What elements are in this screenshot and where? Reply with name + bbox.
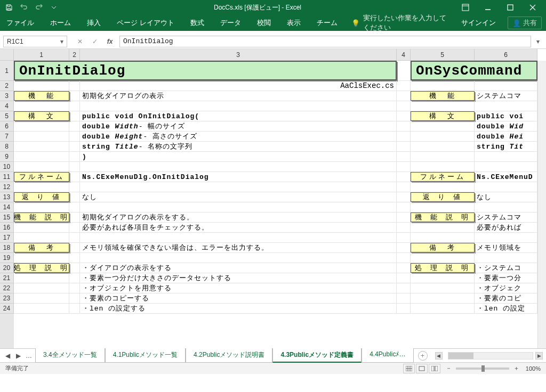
row-header[interactable]: 2: [0, 81, 14, 91]
cell[interactable]: フルネーム: [411, 172, 475, 182]
cell[interactable]: ・len の設定: [475, 304, 537, 313]
add-sheet-button[interactable]: +: [418, 351, 428, 361]
sheet-tab[interactable]: 3.4全メソッド一覧: [35, 348, 105, 363]
column-header[interactable]: 4: [397, 49, 411, 61]
save-icon[interactable]: [2, 1, 16, 14]
cell[interactable]: [14, 132, 69, 141]
cell[interactable]: ・要素のコピーする: [80, 293, 397, 303]
cell[interactable]: Ns.CExeMenuDlg.OnInitDialog: [80, 172, 397, 182]
row-header[interactable]: 6: [0, 121, 14, 132]
select-all-corner[interactable]: [0, 49, 14, 61]
cell[interactable]: double Width - 幅のサイズ: [80, 121, 397, 131]
cell[interactable]: [14, 273, 69, 283]
sheet-tab[interactable]: 4.4Publicﾒ…: [362, 348, 413, 363]
cell[interactable]: [411, 121, 475, 131]
ribbon-options-icon[interactable]: [454, 0, 477, 15]
cell[interactable]: [397, 121, 411, 131]
cell[interactable]: メモリ領域を確保できない場合は、エラーを出力する。: [80, 243, 397, 252]
cell[interactable]: [411, 273, 475, 283]
expand-formula-icon[interactable]: ▾: [536, 38, 544, 45]
cell[interactable]: [69, 253, 80, 263]
cell[interactable]: [397, 162, 411, 172]
row-header[interactable]: 7: [0, 132, 14, 142]
cell[interactable]: 初期化ダイアログの表示をする。: [80, 213, 397, 222]
cell[interactable]: ・オブジェク: [475, 283, 537, 293]
redo-icon[interactable]: [32, 1, 46, 14]
tell-me-search[interactable]: 💡 実行したい作業を入力してください: [351, 13, 449, 32]
cell[interactable]: [69, 293, 80, 303]
tab-insert[interactable]: 挿入: [85, 16, 103, 30]
cell[interactable]: [475, 152, 537, 161]
row-header[interactable]: 9: [0, 152, 14, 162]
row-header[interactable]: 19: [0, 253, 14, 263]
cell[interactable]: [80, 182, 397, 192]
cell[interactable]: [69, 162, 80, 172]
cell[interactable]: [411, 101, 475, 111]
cell[interactable]: [69, 111, 80, 121]
cell[interactable]: [397, 283, 411, 293]
row-header[interactable]: 15: [0, 213, 14, 223]
cell[interactable]: OnInitDialog: [14, 61, 397, 80]
row-header[interactable]: 23: [0, 293, 14, 304]
cell[interactable]: 処 理 説 明: [14, 263, 69, 273]
cell[interactable]: [69, 121, 80, 131]
maximize-icon[interactable]: [499, 0, 521, 15]
cell[interactable]: double Hei: [475, 132, 537, 141]
cell[interactable]: [397, 142, 411, 151]
horizontal-scrollbar[interactable]: [448, 352, 534, 360]
zoom-slider[interactable]: [456, 368, 509, 370]
cell[interactable]: ): [80, 152, 397, 161]
cell[interactable]: 必要があれば: [475, 223, 537, 232]
cell[interactable]: [397, 233, 411, 242]
cell[interactable]: 処 理 説 明: [411, 263, 475, 273]
sheet-nav-next-icon[interactable]: ▶: [14, 352, 22, 360]
sheet-tab[interactable]: 4.2Publicメソッド説明書: [186, 348, 272, 363]
cell[interactable]: [69, 243, 80, 252]
cell[interactable]: [14, 202, 69, 212]
cell[interactable]: 機 能 説 明: [411, 213, 475, 222]
row-header[interactable]: 4: [0, 101, 14, 111]
cell[interactable]: AaClsExec.cs: [80, 81, 397, 91]
row-header[interactable]: 11: [0, 172, 14, 182]
sheet-tab[interactable]: 4.1Publicメソッド一覧: [105, 348, 186, 363]
enter-icon[interactable]: ✓: [89, 36, 101, 47]
cell[interactable]: [69, 192, 80, 202]
tab-view[interactable]: 表示: [285, 16, 303, 30]
cell[interactable]: 機 能: [411, 91, 475, 101]
cell[interactable]: [397, 304, 411, 313]
cell[interactable]: [14, 283, 69, 293]
cell[interactable]: [69, 81, 80, 91]
cell[interactable]: [69, 283, 80, 293]
cell[interactable]: フルネーム: [14, 172, 69, 182]
vertical-scrollbar[interactable]: [537, 61, 546, 348]
cell[interactable]: [411, 142, 475, 151]
cell[interactable]: [397, 273, 411, 283]
cell[interactable]: [14, 293, 69, 303]
cell[interactable]: [14, 253, 69, 263]
tab-file[interactable]: ファイル: [4, 16, 36, 30]
cell[interactable]: [397, 263, 411, 273]
cell[interactable]: [411, 283, 475, 293]
cell[interactable]: 機 能 説 明: [14, 213, 69, 222]
cell[interactable]: [411, 202, 475, 212]
cell[interactable]: [80, 202, 397, 212]
row-header[interactable]: 18: [0, 243, 14, 253]
cell[interactable]: [14, 142, 69, 151]
cell[interactable]: [14, 162, 69, 172]
cell[interactable]: public void OnInitDialog(: [80, 111, 397, 121]
row-header[interactable]: 5: [0, 111, 14, 121]
cell[interactable]: [69, 142, 80, 151]
cells-area[interactable]: OnInitDialogOnSysCommandAaClsExec.cs機 能初…: [14, 61, 537, 348]
cell[interactable]: [14, 121, 69, 131]
cell[interactable]: [397, 202, 411, 212]
column-header[interactable]: 3: [80, 49, 397, 61]
undo-icon[interactable]: [17, 1, 31, 14]
cell[interactable]: なし: [475, 192, 537, 202]
cell[interactable]: [411, 223, 475, 232]
hscroll-left-icon[interactable]: ◀: [435, 352, 443, 360]
cell[interactable]: [69, 182, 80, 192]
tab-home[interactable]: ホーム: [48, 16, 73, 30]
fx-icon[interactable]: fx: [103, 36, 116, 47]
cell[interactable]: ・ダイアログの表示をする: [80, 263, 397, 273]
cell[interactable]: 機 能: [14, 91, 69, 101]
